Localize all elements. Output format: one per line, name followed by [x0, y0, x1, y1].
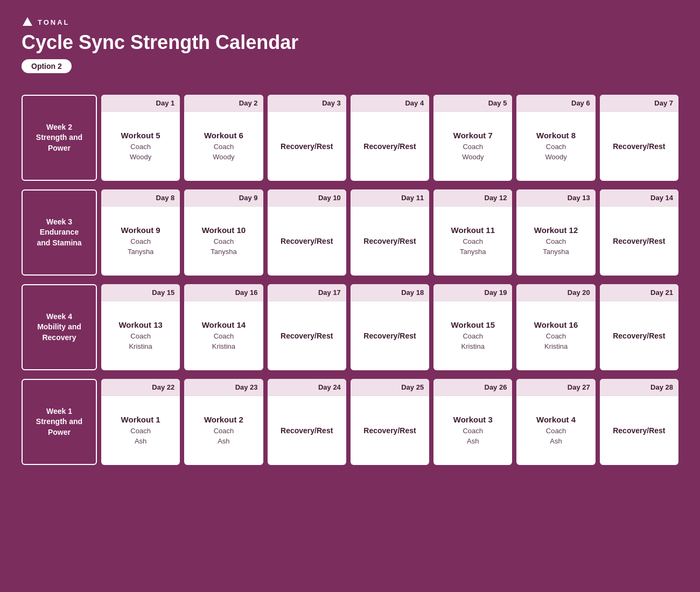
- day-header-1-5: Day 13: [516, 189, 595, 207]
- workout-name-0-1: Workout 6: [204, 131, 243, 140]
- recovery-text-2-3: Recovery/Rest: [363, 332, 416, 340]
- day-cell-2-0: Day 15Workout 13Coach Kristina: [101, 284, 180, 370]
- workout-name-0-4: Workout 7: [453, 131, 493, 140]
- day-content-1-2: Recovery/Rest: [268, 207, 346, 276]
- logo-text: TONAL: [38, 18, 70, 26]
- day-header-0-4: Day 5: [433, 95, 512, 112]
- day-header-2-0: Day 15: [101, 284, 180, 301]
- day-content-3-4: Workout 3Coach Ash: [433, 396, 512, 465]
- option-badge: Option 2: [22, 59, 72, 73]
- day-cell-2-1: Day 16Workout 14Coach Kristina: [184, 284, 263, 370]
- day-content-0-2: Recovery/Rest: [268, 112, 346, 181]
- day-header-3-0: Day 22: [101, 379, 180, 396]
- recovery-text-3-2: Recovery/Rest: [281, 426, 333, 435]
- day-header-2-6: Day 21: [600, 284, 678, 301]
- day-cell-1-0: Day 8Workout 9Coach Tanysha: [101, 189, 180, 276]
- day-content-2-0: Workout 13Coach Kristina: [101, 301, 180, 370]
- day-header-2-1: Day 16: [184, 284, 263, 301]
- workout-coach-1-1: Coach Tanysha: [211, 237, 236, 256]
- recovery-text-2-2: Recovery/Rest: [281, 332, 333, 340]
- day-cell-0-4: Day 5Workout 7Coach Woody: [433, 95, 512, 181]
- day-cell-0-1: Day 2Workout 6Coach Woody: [184, 95, 263, 181]
- day-content-0-6: Recovery/Rest: [600, 112, 678, 181]
- workout-coach-3-1: Coach Ash: [214, 426, 234, 446]
- workout-coach-3-5: Coach Ash: [546, 426, 566, 446]
- day-content-0-3: Recovery/Rest: [351, 112, 429, 181]
- workout-coach-1-4: Coach Tanysha: [460, 237, 486, 256]
- day-header-0-6: Day 7: [600, 95, 678, 112]
- day-content-1-3: Recovery/Rest: [351, 207, 429, 276]
- recovery-text-0-2: Recovery/Rest: [281, 142, 333, 151]
- workout-coach-3-4: Coach Ash: [463, 426, 483, 446]
- workout-name-3-0: Workout 1: [121, 415, 160, 424]
- workout-name-1-4: Workout 11: [451, 225, 495, 235]
- day-header-3-6: Day 28: [600, 379, 678, 396]
- day-cell-2-5: Day 20Workout 16Coach Kristina: [516, 284, 595, 370]
- day-content-3-2: Recovery/Rest: [268, 396, 346, 465]
- day-cell-2-4: Day 19Workout 15Coach Kristina: [433, 284, 512, 370]
- tonal-logo-icon: [22, 16, 33, 28]
- day-content-1-4: Workout 11Coach Tanysha: [433, 207, 512, 276]
- day-content-0-0: Workout 5Coach Woody: [101, 112, 180, 181]
- day-content-0-4: Workout 7Coach Woody: [433, 112, 512, 181]
- workout-coach-1-5: Coach Tanysha: [543, 237, 569, 256]
- day-cell-0-2: Day 3Recovery/Rest: [268, 95, 346, 181]
- day-cell-3-4: Day 26Workout 3Coach Ash: [433, 379, 512, 465]
- workout-coach-0-5: Coach Woody: [545, 142, 566, 161]
- day-cell-1-4: Day 12Workout 11Coach Tanysha: [433, 189, 512, 276]
- week-row-0: Week 2 Strength and PowerDay 1Workout 5C…: [22, 95, 678, 181]
- day-cell-3-6: Day 28Recovery/Rest: [600, 379, 678, 465]
- day-header-2-5: Day 20: [516, 284, 595, 301]
- workout-coach-0-4: Coach Woody: [462, 142, 484, 161]
- week-label-2: Week 4 Mobility and Recovery: [22, 284, 97, 370]
- day-content-3-0: Workout 1Coach Ash: [101, 396, 180, 465]
- workout-name-0-5: Workout 8: [536, 131, 576, 140]
- workout-coach-2-4: Coach Kristina: [461, 332, 485, 351]
- day-cell-3-0: Day 22Workout 1Coach Ash: [101, 379, 180, 465]
- day-cell-1-6: Day 14Recovery/Rest: [600, 189, 678, 276]
- day-header-1-1: Day 9: [184, 189, 263, 207]
- day-content-2-1: Workout 14Coach Kristina: [184, 301, 263, 370]
- day-content-3-3: Recovery/Rest: [351, 396, 429, 465]
- week-label-text-3: Week 1 Strength and Power: [36, 406, 82, 438]
- workout-name-2-0: Workout 13: [118, 320, 162, 329]
- day-cell-3-5: Day 27Workout 4Coach Ash: [516, 379, 595, 465]
- day-content-0-1: Workout 6Coach Woody: [184, 112, 263, 181]
- day-header-2-4: Day 19: [433, 284, 512, 301]
- day-content-2-6: Recovery/Rest: [600, 301, 678, 370]
- week-label-text-1: Week 3 Endurance and Stamina: [37, 217, 81, 249]
- day-content-1-6: Recovery/Rest: [600, 207, 678, 276]
- day-cell-1-5: Day 13Workout 12Coach Tanysha: [516, 189, 595, 276]
- day-content-2-3: Recovery/Rest: [351, 301, 429, 370]
- day-content-3-1: Workout 2Coach Ash: [184, 396, 263, 465]
- day-header-3-4: Day 26: [433, 379, 512, 396]
- page-title: Cycle Sync Strength Calendar: [22, 31, 678, 54]
- day-cell-2-2: Day 17Recovery/Rest: [268, 284, 346, 370]
- workout-coach-0-0: Coach Woody: [130, 142, 151, 161]
- day-cell-2-3: Day 18Recovery/Rest: [351, 284, 429, 370]
- day-cell-0-0: Day 1Workout 5Coach Woody: [101, 95, 180, 181]
- day-header-3-1: Day 23: [184, 379, 263, 396]
- day-cell-3-3: Day 25Recovery/Rest: [351, 379, 429, 465]
- workout-name-2-5: Workout 16: [534, 320, 578, 329]
- recovery-text-2-6: Recovery/Rest: [613, 332, 665, 340]
- day-content-2-4: Workout 15Coach Kristina: [433, 301, 512, 370]
- day-header-1-4: Day 12: [433, 189, 512, 207]
- workout-name-2-1: Workout 14: [202, 320, 246, 329]
- week-label-3: Week 1 Strength and Power: [22, 379, 97, 465]
- day-header-0-0: Day 1: [101, 95, 180, 112]
- day-content-3-6: Recovery/Rest: [600, 396, 678, 465]
- day-content-0-5: Workout 8Coach Woody: [516, 112, 595, 181]
- week-label-1: Week 3 Endurance and Stamina: [22, 189, 97, 276]
- day-cell-1-1: Day 9Workout 10Coach Tanysha: [184, 189, 263, 276]
- workout-name-3-5: Workout 4: [536, 415, 576, 424]
- week-row-1: Week 3 Endurance and StaminaDay 8Workout…: [22, 189, 678, 276]
- workout-coach-2-0: Coach Kristina: [129, 332, 152, 351]
- recovery-text-0-6: Recovery/Rest: [613, 142, 665, 151]
- day-header-0-2: Day 3: [268, 95, 346, 112]
- workout-name-1-0: Workout 9: [121, 225, 160, 235]
- day-header-3-3: Day 25: [351, 379, 429, 396]
- day-header-2-2: Day 17: [268, 284, 346, 301]
- workout-coach-2-1: Coach Kristina: [212, 332, 235, 351]
- day-content-2-2: Recovery/Rest: [268, 301, 346, 370]
